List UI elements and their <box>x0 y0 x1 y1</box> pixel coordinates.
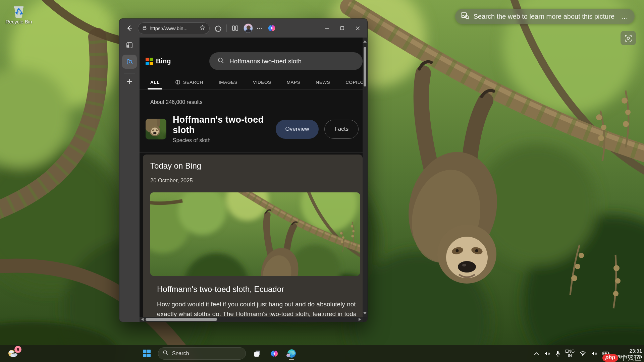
titlebar-divider <box>226 24 227 32</box>
search-icon <box>217 57 224 66</box>
entity-thumbnail[interactable] <box>146 119 166 139</box>
scroll-right-arrow[interactable] <box>359 318 361 321</box>
microphone-icon[interactable] <box>555 351 560 357</box>
edge-taskbar-button[interactable] <box>286 347 297 361</box>
learn-about-picture-banner[interactable]: Search the web to learn more about this … <box>455 9 635 24</box>
visual-search-button[interactable] <box>621 31 636 45</box>
banner-text: Search the web to learn more about this … <box>474 13 614 20</box>
taskbar: 6 Search <box>0 345 644 362</box>
settings-more-icon[interactable]: ⋯ <box>257 24 263 32</box>
microsoft-logo-icon <box>146 58 153 65</box>
vertical-scrollbar[interactable] <box>363 38 367 317</box>
page-viewport: Bing Hoffmanns two-toed sloth <box>140 38 367 322</box>
tab-maps[interactable]: MAPS <box>287 77 301 89</box>
hidden-icons-chevron[interactable] <box>534 352 539 355</box>
entity-title[interactable]: Hoffmann's two-toed sloth <box>173 115 269 135</box>
banner-more-icon[interactable]: … <box>621 12 629 21</box>
overview-button[interactable]: Overview <box>276 120 319 139</box>
copilot-taskbar-button[interactable] <box>269 348 280 359</box>
tab-actions-icon[interactable] <box>126 42 133 50</box>
visual-search-icon <box>461 11 469 22</box>
watermark: php <box>602 354 642 362</box>
new-tab-button[interactable] <box>126 78 133 86</box>
bing-results-page: Bing Hoffmanns two-toed sloth <box>140 38 363 317</box>
widgets-button[interactable]: 6 <box>4 346 23 361</box>
volume-muted-icon[interactable] <box>591 351 597 356</box>
tab-news[interactable]: NEWS <box>316 77 330 89</box>
tab-copilot[interactable]: COPILOT <box>345 77 363 89</box>
today-heading: Today on Bing <box>150 161 363 171</box>
tray-time: 23:31 <box>616 348 642 354</box>
maximize-button[interactable] <box>334 21 350 35</box>
tab-search[interactable]: SEARCH <box>175 77 203 89</box>
bing-logo[interactable]: Bing <box>146 57 195 65</box>
taskbar-search-box[interactable]: Search <box>158 347 246 360</box>
search-tabs-row: ALL SEARCH IMAGES VIDEOS MAPS NEWS COPIL… <box>140 77 363 90</box>
results-count: About 246,000 results <box>150 99 363 105</box>
today-date: 20 October, 2025 <box>150 177 363 184</box>
minimize-button[interactable] <box>319 21 334 35</box>
desktop: Recycle Bin Search the web to learn more… <box>0 0 644 362</box>
entity-card: Hoffmann's two-toed sloth Species of slo… <box>146 115 359 143</box>
address-bar[interactable]: https://www.bin... <box>138 22 210 34</box>
taskbar-search-placeholder: Search <box>172 351 189 357</box>
recycle-bin-label: Recycle Bin <box>5 19 33 24</box>
horizontal-scroll-thumb[interactable] <box>146 318 217 321</box>
today-caption: Hoffmann's two-toed sloth, Ecuador <box>157 285 363 294</box>
body-line: How good would it feel if you could just… <box>157 299 356 309</box>
today-on-bing-card: Today on Bing 20 October, 2025 Hoffmann'… <box>143 155 363 317</box>
profile-avatar[interactable] <box>244 23 253 33</box>
bing-wordmark: Bing <box>156 57 171 65</box>
edge-active-indicator <box>289 359 294 360</box>
lock-icon <box>142 25 147 31</box>
language-indicator[interactable]: ENG IN <box>565 349 575 358</box>
watermark-cjk-glyphs <box>620 354 642 362</box>
watermark-php-badge: php <box>602 354 618 362</box>
scroll-left-arrow[interactable] <box>141 318 144 321</box>
tab-all[interactable]: ALL <box>150 77 160 89</box>
today-body: How good would it feel if you could just… <box>157 299 356 317</box>
copilot-icon[interactable] <box>267 23 276 33</box>
back-button[interactable] <box>125 23 134 33</box>
vertical-tab-strip <box>119 38 140 322</box>
today-image[interactable] <box>150 192 360 276</box>
body-line: exactly what sloths do. The Hoffmann's t… <box>157 309 356 317</box>
vertical-scroll-thumb[interactable] <box>364 47 366 86</box>
task-view-button[interactable] <box>252 348 263 359</box>
tab-videos[interactable]: VIDEOS <box>253 77 271 89</box>
split-screen-icon[interactable] <box>230 23 240 33</box>
edge-browser-window: https://www.bin... ⋯ <box>119 18 368 322</box>
start-button[interactable] <box>141 348 152 359</box>
bing-search-box[interactable]: Hoffmanns two-toed sloth <box>209 52 363 70</box>
facts-button[interactable]: Facts <box>324 120 359 139</box>
speaker-muted-icon[interactable] <box>544 351 550 356</box>
browser-titlebar: https://www.bin... ⋯ <box>119 19 367 38</box>
scroll-down-arrow[interactable] <box>363 312 367 314</box>
search-query-text: Hoffmanns two-toed sloth <box>229 58 302 65</box>
close-button[interactable] <box>350 21 365 35</box>
recycle-bin-icon <box>12 3 26 18</box>
tab-strip-divider <box>124 73 135 73</box>
favorite-star-icon[interactable] <box>200 25 205 32</box>
scroll-up-arrow[interactable] <box>363 40 367 43</box>
entity-subtitle: Species of sloth <box>173 137 269 143</box>
tab-images[interactable]: IMAGES <box>219 77 237 89</box>
browser-essentials-icon[interactable] <box>213 23 223 33</box>
search-icon <box>163 350 168 357</box>
horizontal-scrollbar[interactable] <box>140 317 363 322</box>
widgets-notification-badge: 6 <box>14 346 21 353</box>
recycle-bin-shortcut[interactable]: Recycle Bin <box>5 3 33 24</box>
section-divider <box>140 152 363 153</box>
url-text: https://www.bin... <box>150 25 197 31</box>
edge-profile-badge <box>286 353 290 358</box>
wifi-icon[interactable] <box>580 351 586 356</box>
active-tab-visual-search[interactable] <box>122 55 137 69</box>
